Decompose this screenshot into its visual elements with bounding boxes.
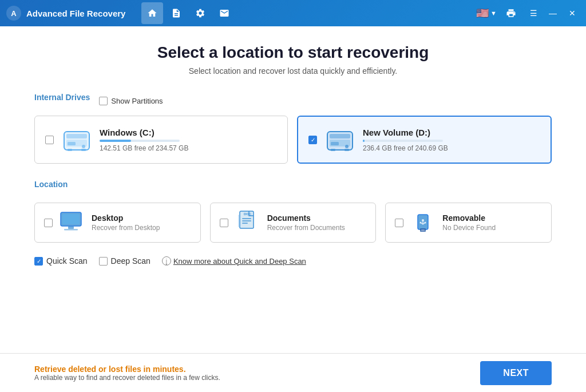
location-card-desktop[interactable]: Desktop Recover from Desktop <box>34 203 201 243</box>
desktop-info: Desktop Recover from Desktop <box>92 213 160 232</box>
svg-rect-35 <box>421 229 425 231</box>
next-button[interactable]: NEXT <box>480 361 552 385</box>
location-section: Location Desktop Recover from Desktop <box>34 180 552 243</box>
app-title: Advanced File Recovery <box>26 9 125 18</box>
svg-rect-20 <box>62 214 80 224</box>
drive-c-name: Windows (C:) <box>100 128 188 137</box>
documents-checkbox[interactable] <box>220 219 228 227</box>
scan-options: ✓ Quick Scan Deep Scan i Know more about… <box>34 256 552 266</box>
drive-c-bar-bg <box>100 140 180 142</box>
footer-promo-sub: A reliable way to find and recover delet… <box>34 374 220 382</box>
deep-scan-label: Deep Scan <box>111 256 151 266</box>
drive-d-name: New Volume (D:) <box>363 128 448 137</box>
removable-name: Removable <box>442 213 496 223</box>
nav-settings-button[interactable] <box>189 2 211 24</box>
internal-drives-label: Internal Drives <box>34 93 90 102</box>
location-section-header: Location <box>34 180 552 196</box>
nav-mail-button[interactable] <box>213 2 235 24</box>
svg-rect-15 <box>331 142 339 145</box>
svg-point-40 <box>420 222 422 224</box>
main-content: Select a location to start recovering Se… <box>0 26 586 353</box>
drive-c-free: 142.51 GB free of 234.57 GB <box>100 144 188 152</box>
quick-scan-checkbox[interactable]: ✓ <box>34 257 43 266</box>
documents-name: Documents <box>267 213 345 223</box>
scan-info-link[interactable]: i Know more about Quick and Deep Scan <box>162 256 306 266</box>
drive-d-bar-bg <box>363 140 443 142</box>
quick-scan-label: Quick Scan <box>46 256 88 266</box>
app-logo-icon: A <box>6 5 22 21</box>
svg-rect-31 <box>238 215 239 227</box>
minimize-button[interactable]: — <box>545 5 561 21</box>
show-partitions-label: Show Partitions <box>111 97 163 105</box>
svg-rect-4 <box>66 134 87 138</box>
desktop-sub: Recover from Desktop <box>92 224 160 232</box>
internal-drives-section: Internal Drives Show Partitions <box>34 93 552 164</box>
svg-rect-17 <box>345 149 349 151</box>
nav-report-button[interactable] <box>165 2 187 24</box>
drive-d-info: New Volume (D:) 236.4 GB free of 240.69 … <box>363 128 448 152</box>
scan-link-label: Know more about Quick and Deep Scan <box>173 257 306 266</box>
drive-d-bar-fill <box>363 140 365 142</box>
desktop-name: Desktop <box>92 213 160 223</box>
removable-icon <box>410 210 435 235</box>
drive-c-icon <box>62 125 92 155</box>
drive-card-c[interactable]: Windows (C:) 142.51 GB free of 234.57 GB <box>34 116 288 164</box>
titlebar-nav <box>141 2 235 24</box>
removable-checkbox[interactable] <box>395 219 403 227</box>
svg-text:A: A <box>11 9 17 18</box>
drive-d-free: 236.4 GB free of 240.69 GB <box>363 144 448 152</box>
drive-d-checkbox[interactable]: ✓ <box>308 136 317 144</box>
menu-button[interactable]: ☰ <box>525 5 541 21</box>
drive-card-d[interactable]: ✓ New Volume (D:) 236 <box>297 116 552 164</box>
svg-rect-7 <box>68 142 76 145</box>
show-partitions-checkbox[interactable] <box>99 97 108 105</box>
page-subtitle: Select location and recover lost data qu… <box>34 66 552 76</box>
svg-rect-9 <box>81 149 86 151</box>
printer-button[interactable] <box>500 2 522 24</box>
page-heading: Select a location to start recovering Se… <box>34 43 552 76</box>
drive-d-icon <box>325 125 355 155</box>
close-button[interactable]: ✕ <box>564 5 580 21</box>
removable-info: Removable No Device Found <box>442 213 496 232</box>
svg-rect-8 <box>68 149 72 151</box>
show-partitions-toggle[interactable]: Show Partitions <box>99 97 163 105</box>
footer: Retrieve deleted or lost files in minute… <box>0 353 586 392</box>
titlebar-right: 🇺🇸 ▼ ☰ — ✕ <box>476 2 580 24</box>
desktop-icon <box>60 210 85 235</box>
desktop-checkbox[interactable] <box>44 219 53 227</box>
drive-c-checkbox[interactable] <box>45 136 54 144</box>
documents-sub: Recover from Documents <box>267 224 345 232</box>
svg-rect-12 <box>330 134 350 138</box>
documents-icon: DOC <box>235 210 260 235</box>
drives-section-header: Internal Drives Show Partitions <box>34 93 552 109</box>
info-icon: i <box>162 256 171 266</box>
location-card-removable[interactable]: Removable No Device Found <box>385 203 552 243</box>
page-title: Select a location to start recovering <box>34 43 552 62</box>
deep-scan-checkbox[interactable] <box>99 257 108 266</box>
language-selector[interactable]: 🇺🇸 ▼ <box>476 7 497 19</box>
deep-scan-option[interactable]: Deep Scan <box>99 256 151 266</box>
footer-promo-main: Retrieve deleted or lost files in minute… <box>34 365 220 374</box>
svg-rect-16 <box>331 149 335 151</box>
drive-c-bar-fill <box>100 140 131 142</box>
svg-rect-22 <box>64 229 78 231</box>
drive-c-info: Windows (C:) 142.51 GB free of 234.57 GB <box>100 128 188 152</box>
drives-row: Windows (C:) 142.51 GB free of 234.57 GB… <box>34 116 552 164</box>
svg-point-14 <box>345 145 349 148</box>
svg-rect-23 <box>68 226 74 227</box>
location-card-documents[interactable]: DOC Documents Recover from Documents <box>210 203 377 243</box>
svg-point-6 <box>82 145 85 148</box>
nav-home-button[interactable] <box>141 2 163 24</box>
documents-info: Documents Recover from Documents <box>267 213 345 232</box>
svg-point-41 <box>425 222 426 224</box>
footer-promo: Retrieve deleted or lost files in minute… <box>34 365 220 382</box>
titlebar: A Advanced File Recovery 🇺🇸 ▼ ☰ — <box>0 0 586 26</box>
location-label: Location <box>34 180 68 189</box>
removable-sub: No Device Found <box>442 224 496 232</box>
titlebar-left: A Advanced File Recovery <box>6 2 235 24</box>
svg-point-36 <box>422 219 424 221</box>
quick-scan-option[interactable]: ✓ Quick Scan <box>34 256 88 266</box>
location-cards: Desktop Recover from Desktop DOC <box>34 203 552 243</box>
